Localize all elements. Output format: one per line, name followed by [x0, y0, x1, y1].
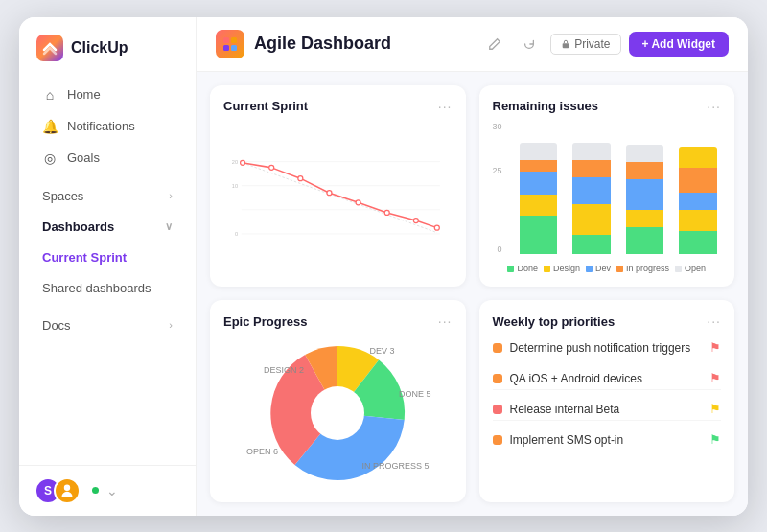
priority-text: Release internal Beta	[510, 403, 703, 416]
priority-item: QA iOS + Android devices ⚑	[493, 367, 722, 390]
dashboard-icon	[216, 30, 244, 58]
bar-segment-progress	[626, 162, 664, 179]
y-label: 30	[493, 122, 502, 131]
priorities-widget: Weekly top priorities ··· Determine push…	[479, 300, 735, 502]
widget-title: Epic Progress	[223, 314, 307, 329]
bell-icon: 🔔	[42, 119, 58, 134]
priority-flag: ⚑	[709, 402, 721, 416]
widget-more-button[interactable]: ···	[707, 99, 721, 114]
sidebar-item-dashboards[interactable]: Dashboards ∨	[25, 212, 190, 242]
pie-label-inprogress: IN PROGRESS 5	[361, 461, 429, 471]
priority-flag: ⚑	[709, 340, 721, 355]
sidebar-item-label: Notifications	[67, 119, 135, 133]
bar-segment-dev	[572, 177, 611, 204]
widget-header: Epic Progress ···	[223, 313, 453, 329]
svg-text:20: 20	[232, 159, 238, 165]
svg-rect-2	[223, 45, 229, 51]
bar-segment-progress	[572, 160, 611, 177]
add-widget-button[interactable]: + Add Widget	[629, 32, 729, 57]
private-badge[interactable]: Private	[550, 34, 620, 55]
current-sprint-label: Current Sprint	[42, 250, 127, 265]
svg-point-14	[269, 165, 274, 170]
legend-label: Dev	[595, 264, 611, 273]
widget-header: Weekly top priorities ···	[493, 313, 722, 329]
refresh-button[interactable]	[516, 31, 543, 58]
legend-color	[544, 266, 550, 272]
bar-group	[572, 143, 611, 254]
page-title: Agile Dashboard	[254, 34, 472, 54]
home-icon: ⌂	[42, 87, 58, 103]
sidebar-navigation: ⌂ Home 🔔 Notifications ◎ Goals Spaces › …	[19, 75, 196, 465]
logo-icon	[36, 35, 63, 61]
bar-segment-progress	[679, 168, 717, 193]
y-label: 0	[498, 244, 502, 254]
pie-label-done: DONE 5	[399, 389, 431, 399]
widget-more-button[interactable]: ···	[438, 313, 453, 329]
burndown-chart: 20 10 0	[223, 122, 453, 274]
bar-chart: 30 25 0	[493, 122, 722, 274]
widget-title: Remaining issues	[493, 99, 599, 113]
spaces-label: Spaces	[42, 189, 83, 203]
bar-segment-progress	[520, 160, 558, 172]
dashboard-grid: Current Sprint ··· 20 10 0	[197, 72, 748, 516]
private-label: Private	[574, 37, 610, 51]
priority-dot	[493, 374, 502, 383]
widget-more-button[interactable]: ···	[707, 313, 721, 329]
bar-legend: Done Design Dev In progress	[493, 264, 722, 273]
legend-design: Design	[544, 264, 580, 273]
widget-header: Current Sprint ···	[223, 99, 453, 114]
bar-segment-done	[572, 235, 611, 254]
svg-point-21	[311, 386, 364, 440]
logo[interactable]: ClickUp	[19, 17, 196, 75]
bar-segment-done	[520, 216, 558, 254]
svg-rect-1	[231, 37, 237, 43]
online-indicator	[92, 487, 99, 494]
legend-label: Design	[553, 264, 580, 273]
svg-text:0: 0	[235, 231, 238, 237]
priority-item: Determine push notification triggers ⚑	[493, 336, 722, 359]
svg-text:10: 10	[232, 183, 238, 189]
remaining-issues-widget: Remaining issues ··· 30 25 0	[479, 85, 735, 288]
avatar-stack: S	[35, 477, 81, 504]
bar-segment-design	[679, 210, 717, 231]
sidebar-item-current-sprint[interactable]: Current Sprint	[25, 243, 190, 272]
bar-segment-dev	[520, 172, 558, 195]
legend-dev: Dev	[586, 264, 611, 273]
app-shell: ClickUp ⌂ Home 🔔 Notifications ◎ Goals S…	[19, 17, 748, 516]
epic-progress-widget: Epic Progress ··· DEV 3 DESIGN 2 IN PROG…	[210, 300, 466, 502]
priority-text: Implement SMS opt-in	[510, 433, 703, 447]
sidebar-item-home[interactable]: ⌂ Home	[25, 80, 190, 110]
legend-color	[675, 266, 682, 272]
legend-color	[616, 266, 623, 272]
svg-point-17	[356, 199, 360, 204]
legend-label: In progress	[626, 264, 669, 273]
chevron-down-icon[interactable]: ⌄	[106, 483, 118, 498]
shared-dashboards-label: Shared dashboards	[42, 281, 151, 295]
header-actions: Private + Add Widget	[481, 31, 729, 58]
svg-point-13	[241, 160, 245, 165]
svg-point-18	[384, 210, 389, 215]
sidebar-item-docs[interactable]: Docs ›	[25, 311, 190, 340]
bar-segment-design	[572, 204, 611, 235]
sidebar-item-spaces[interactable]: Spaces ›	[25, 181, 190, 211]
bar-group	[679, 147, 717, 254]
pie-label-design: DESIGN 2	[264, 365, 304, 375]
priority-item: Release internal Beta ⚑	[493, 398, 722, 421]
priorities-list: Determine push notification triggers ⚑ Q…	[493, 336, 722, 451]
sidebar-item-label: Goals	[67, 150, 100, 165]
sidebar-item-notifications[interactable]: 🔔 Notifications	[25, 111, 190, 142]
bar-segment-design	[626, 210, 664, 227]
docs-label: Docs	[42, 318, 71, 333]
legend-color	[507, 266, 514, 272]
sidebar-item-goals[interactable]: ◎ Goals	[25, 143, 190, 173]
priority-dot	[493, 405, 502, 414]
sidebar-item-label: Home	[67, 87, 101, 102]
legend-label: Open	[685, 264, 706, 273]
edit-button[interactable]	[481, 31, 508, 58]
svg-rect-4	[563, 43, 569, 48]
sidebar-footer: S ⌄	[19, 465, 196, 516]
bar-segment-done	[679, 231, 717, 254]
sidebar-item-shared-dashboards[interactable]: Shared dashboards	[25, 273, 190, 303]
widget-more-button[interactable]: ···	[438, 99, 453, 114]
svg-rect-3	[231, 45, 237, 51]
